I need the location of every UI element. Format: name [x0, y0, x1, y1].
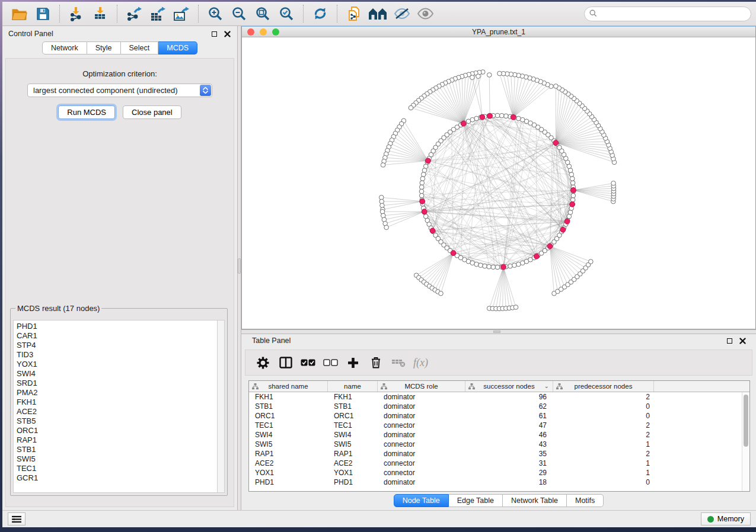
network-node[interactable]	[569, 172, 574, 177]
search-input[interactable]	[584, 7, 751, 21]
mcds-result-item[interactable]: FKH1	[17, 398, 217, 407]
network-node[interactable]	[495, 265, 500, 270]
tab-network[interactable]: Network	[42, 41, 87, 55]
peripheral-node[interactable]	[611, 181, 616, 186]
network-node[interactable]	[483, 264, 487, 268]
network-canvas[interactable]	[242, 37, 755, 329]
optimization-criterion-select[interactable]: largest connected component (undirected)	[27, 84, 212, 97]
peripheral-node[interactable]	[513, 305, 518, 310]
network-node[interactable]	[570, 177, 575, 181]
table-settings-button[interactable]	[254, 352, 272, 373]
network-node[interactable]	[499, 113, 504, 118]
delete-entry-button[interactable]	[366, 352, 385, 373]
network-node[interactable]	[474, 262, 479, 267]
network-node[interactable]	[495, 113, 500, 118]
peripheral-node[interactable]	[381, 163, 385, 168]
apply-layout-button[interactable]	[308, 4, 332, 24]
splitter-handle[interactable]	[238, 258, 241, 274]
mcds-hub-node[interactable]	[451, 251, 456, 256]
mcds-hub-node[interactable]	[461, 121, 466, 126]
tab-network-table[interactable]: Network Table	[503, 494, 567, 507]
scrollbar-thumb[interactable]	[744, 395, 748, 447]
close-panel-button[interactable]	[738, 336, 747, 345]
first-neighbors-button[interactable]	[366, 4, 390, 24]
select-all-columns-button[interactable]	[299, 352, 317, 373]
float-panel-button[interactable]	[725, 336, 733, 345]
import-network-button[interactable]	[65, 4, 88, 24]
deselect-all-columns-button[interactable]	[321, 352, 340, 373]
mcds-result-item[interactable]: PHD1	[17, 322, 217, 331]
peripheral-node[interactable]	[497, 71, 502, 76]
mcds-hub-node[interactable]	[422, 209, 427, 214]
export-table-button[interactable]	[146, 4, 170, 24]
show-task-history-button[interactable]	[8, 512, 25, 525]
clone-network-button[interactable]	[342, 4, 366, 24]
table-row[interactable]: SWI5SWI5connector431	[249, 440, 749, 449]
network-node[interactable]	[419, 189, 424, 194]
zoom-fit-button[interactable]	[251, 4, 275, 24]
mcds-result-item[interactable]: TID3	[17, 350, 217, 360]
mcds-hub-node[interactable]	[564, 219, 570, 224]
tab-mcds[interactable]: MCDS	[158, 41, 197, 55]
mcds-result-item[interactable]: PMA2	[17, 388, 217, 398]
network-node[interactable]	[487, 264, 492, 269]
mcds-result-item[interactable]: YOX1	[17, 360, 217, 369]
network-node[interactable]	[568, 210, 573, 215]
peripheral-node[interactable]	[439, 291, 444, 296]
close-mcds-panel-button[interactable]: Close panel	[123, 105, 181, 119]
column-header-name[interactable]: name	[328, 381, 378, 392]
column-header-MCDS-role[interactable]: MCDS role	[378, 381, 465, 392]
function-builder-button[interactable]: f(x)	[412, 352, 430, 373]
save-session-button[interactable]	[31, 4, 55, 24]
column-header-shared-name[interactable]: shared name	[249, 381, 328, 392]
table-row[interactable]: SWI4SWI4dominator462	[249, 430, 749, 440]
mcds-result-item[interactable]: ACE2	[17, 407, 217, 416]
mcds-result-item[interactable]: STP4	[17, 341, 217, 350]
export-image-button[interactable]	[170, 4, 193, 24]
mcds-hub-node[interactable]	[534, 254, 540, 259]
mcds-hub-node[interactable]	[487, 113, 493, 118]
table-row[interactable]: STB1STB1dominator620	[249, 402, 749, 411]
mcds-hub-node[interactable]	[425, 158, 430, 164]
network-node[interactable]	[421, 172, 426, 177]
table-row[interactable]: PHD1PHD1dominator180	[249, 477, 749, 487]
mcds-result-item[interactable]: STB1	[17, 445, 217, 454]
mcds-result-item[interactable]: STB5	[17, 416, 217, 426]
network-node[interactable]	[571, 193, 576, 198]
table-scrollbar[interactable]	[742, 392, 749, 491]
import-table-button[interactable]	[88, 4, 112, 24]
peripheral-node[interactable]	[554, 84, 559, 89]
export-network-button[interactable]	[122, 4, 146, 24]
tab-motifs[interactable]: Motifs	[567, 494, 604, 507]
network-node[interactable]	[491, 265, 496, 270]
zoom-in-button[interactable]	[203, 4, 227, 24]
mcds-result-item[interactable]: RAP1	[17, 435, 217, 445]
peripheral-node[interactable]	[476, 74, 481, 79]
mcds-result-item[interactable]: TEC1	[17, 464, 217, 473]
splitter-handle[interactable]	[493, 331, 500, 333]
float-panel-button[interactable]	[210, 30, 218, 38]
memory-button[interactable]: Memory	[701, 512, 751, 525]
mcds-result-item[interactable]: GCR1	[17, 473, 217, 483]
network-node[interactable]	[508, 264, 513, 268]
mcds-result-item[interactable]: SRD1	[17, 379, 217, 388]
table-row[interactable]: YOX1YOX1connector291	[249, 468, 749, 477]
mcds-hub-node[interactable]	[571, 188, 576, 193]
mcds-hub-node[interactable]	[570, 201, 575, 207]
open-file-button[interactable]	[7, 4, 31, 24]
table-row[interactable]: ACE2ACE2connector311	[249, 459, 749, 468]
network-node[interactable]	[420, 181, 425, 185]
add-entry-button[interactable]	[344, 352, 362, 373]
network-node[interactable]	[570, 198, 575, 203]
horizontal-splitter[interactable]	[241, 329, 756, 334]
table-row[interactable]: FKH1FKH1dominator962	[249, 392, 749, 402]
network-node[interactable]	[419, 193, 424, 198]
peripheral-node[interactable]	[384, 225, 389, 230]
hide-selection-button[interactable]	[390, 4, 413, 24]
network-node[interactable]	[570, 181, 575, 185]
column-header-predecessor-nodes[interactable]: predecessor nodes	[553, 381, 654, 392]
mcds-list-scrollbar[interactable]	[217, 320, 225, 493]
network-node[interactable]	[479, 263, 483, 268]
network-node[interactable]	[504, 114, 509, 118]
mcds-hub-node[interactable]	[560, 227, 566, 232]
